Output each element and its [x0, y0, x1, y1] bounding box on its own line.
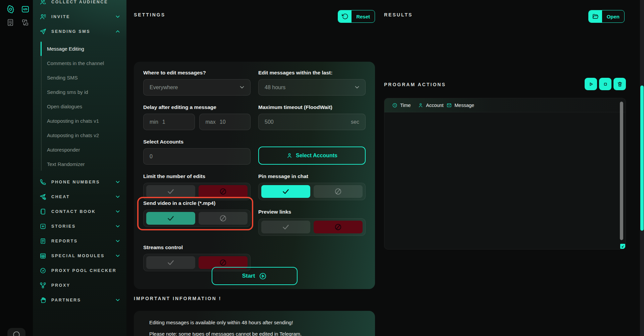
submenu-item-message-editing[interactable]: Message Editing	[33, 42, 126, 56]
submenu-item-sending-sms-by-id[interactable]: Sending sms by id	[33, 85, 126, 99]
sidebar-item-collect-audience[interactable]: COLLECT AUDIENCE	[33, 0, 126, 9]
timeout-input[interactable]: 500 sec	[258, 114, 366, 130]
reset-button[interactable]: Reset	[338, 10, 375, 23]
settings-panel: Where to edit messages? Everywhere Edit …	[134, 62, 375, 289]
sidebar-item-label: INVITE	[51, 14, 70, 19]
results-title: RESULTS	[384, 12, 413, 17]
sidebar-item-sending-sms[interactable]: SENDING SMS	[33, 24, 126, 39]
toggle-label-streams-control: Streams control	[143, 244, 251, 250]
chevron-down-icon	[116, 210, 120, 213]
submenu-item-text-randomizer[interactable]: Text Randomizer	[33, 157, 126, 171]
timeout-value: 500	[265, 119, 274, 125]
sidebar-item-invite[interactable]: INVITE	[33, 9, 126, 24]
sidebar-item-phone-numbers[interactable]: PHONE NUMBERS	[33, 175, 126, 189]
submenu-item-label: Sending SMS	[47, 75, 78, 80]
open-button[interactable]: Open	[588, 10, 625, 23]
sidebar-item-label: SPECIAL MODULES	[51, 254, 105, 258]
submenu-item-sending-sms[interactable]: Sending SMS	[33, 70, 126, 85]
code-window-icon[interactable]	[21, 5, 30, 13]
program-actions-title: PROGRAM ACTIONS	[384, 82, 446, 87]
toggle-label-preview-links: Preview links	[258, 209, 366, 215]
network-icon	[40, 282, 46, 289]
column-header-time[interactable]: Time	[392, 103, 418, 108]
results-column: RESULTS Open PROGRAM ACTIONS Time Accoun…	[384, 0, 626, 336]
page-scrollbar-thumb[interactable]	[640, 86, 644, 231]
sidebar-item-label: COLLECT AUDIENCE	[51, 0, 108, 4]
allow-button[interactable]	[261, 221, 310, 233]
within-value: 48 hours	[265, 85, 285, 91]
chat-icon[interactable]	[7, 328, 25, 336]
delay-max-prefix: max	[206, 119, 216, 125]
allow-button[interactable]	[261, 185, 310, 198]
toggle-label-send-video-circle: Send video in a circle (*.mp4)	[143, 200, 251, 206]
submenu-item-comments[interactable]: Comments in the channel	[33, 56, 126, 70]
sidebar-item-stories[interactable]: STORIES	[33, 219, 126, 234]
toggle-pin-message	[258, 183, 366, 200]
chevron-down-icon	[116, 181, 120, 183]
deny-button[interactable]	[199, 212, 248, 225]
sidebar-item-label: REPORTS	[51, 239, 78, 243]
chevron-down-icon	[355, 86, 359, 89]
delay-max-value: 10	[220, 119, 226, 125]
sidebar-item-proxy[interactable]: PROXY	[33, 278, 126, 293]
paper-plane-icon	[40, 28, 46, 35]
select-accounts-button[interactable]: Select Accounts	[258, 147, 366, 165]
stop-button[interactable]	[599, 78, 611, 90]
accounts-count-input[interactable]: 0	[143, 148, 251, 165]
person-icon	[286, 153, 292, 159]
sidebar-item-reports[interactable]: REPORTS	[33, 234, 126, 248]
swap-icon[interactable]	[21, 18, 30, 27]
folder-icon	[589, 10, 602, 22]
column-label: Time	[400, 103, 411, 108]
sidebar-item-partners[interactable]: PARTNERS	[33, 293, 126, 307]
clear-button[interactable]	[613, 78, 626, 90]
submenu-item-autoresponder[interactable]: Autoresponder	[33, 143, 126, 157]
tasks-icon[interactable]	[6, 18, 15, 27]
start-button[interactable]: Start	[212, 267, 298, 285]
column-header-account[interactable]: Account	[418, 103, 446, 108]
within-label: Edit messages within the last:	[258, 70, 366, 76]
table-scrollbar[interactable]	[620, 102, 623, 240]
toggle-limit-edits	[143, 183, 251, 200]
sidebar-item-label: PARTNERS	[51, 298, 81, 302]
sidebar-item-label: STORIES	[51, 224, 76, 229]
submenu-item-label: Message Editing	[47, 46, 84, 52]
where-value: Everywhere	[150, 85, 178, 91]
gauge-icon	[40, 267, 46, 274]
delay-max-input[interactable]: max 10	[199, 114, 251, 130]
settings-column: SETTINGS Reset Where to edit messages? E…	[134, 0, 375, 336]
submenu-item-label: Sending sms by id	[47, 89, 88, 95]
submenu-item-open-dialogues[interactable]: Open dialogues	[33, 99, 126, 114]
allow-button[interactable]	[146, 185, 195, 198]
sidebar-item-label: CONTACT BOOK	[51, 209, 96, 214]
chevron-down-icon	[116, 225, 120, 228]
select-accounts-label: Select Accounts	[143, 139, 251, 145]
submenu-item-autoposting-v1[interactable]: Autoposting in chats v1	[33, 114, 126, 128]
delay-min-input[interactable]: min 1	[143, 114, 195, 130]
deny-button[interactable]	[199, 185, 248, 198]
deny-button[interactable]	[314, 221, 363, 233]
play-circle-icon	[259, 272, 267, 280]
sidebar-item-cheat[interactable]: CHEAT	[33, 189, 126, 204]
resize-handle-icon[interactable]	[620, 244, 625, 249]
sidebar-item-special-modules[interactable]: SPECIAL MODULES	[33, 248, 126, 263]
within-select[interactable]: 48 hours	[258, 79, 366, 96]
reset-label: Reset	[352, 10, 375, 22]
sidebar-item-contact-book[interactable]: CONTACT BOOK	[33, 204, 126, 219]
toggle-preview-links	[258, 218, 366, 236]
deny-button[interactable]	[314, 185, 363, 198]
person-plus-icon	[40, 13, 46, 20]
page-scrollbar[interactable]	[640, 0, 644, 336]
sidebar-item-proxy-pool-checker[interactable]: PROXY POOL CHECKER	[33, 263, 126, 278]
column-label: Message	[454, 103, 474, 108]
column-header-message[interactable]: Message	[446, 103, 474, 108]
where-select[interactable]: Everywhere	[143, 79, 251, 96]
allow-button[interactable]	[146, 212, 195, 225]
people-icon	[40, 0, 46, 5]
chevron-down-icon	[240, 86, 244, 89]
gear-icon[interactable]	[6, 5, 15, 13]
submenu-item-autoposting-v2[interactable]: Autoposting in chats v2	[33, 128, 126, 143]
table-header: Time Account Message	[384, 98, 626, 112]
run-button[interactable]	[585, 78, 597, 90]
timeout-label: Maximum timeout (FloodWait)	[258, 104, 366, 110]
